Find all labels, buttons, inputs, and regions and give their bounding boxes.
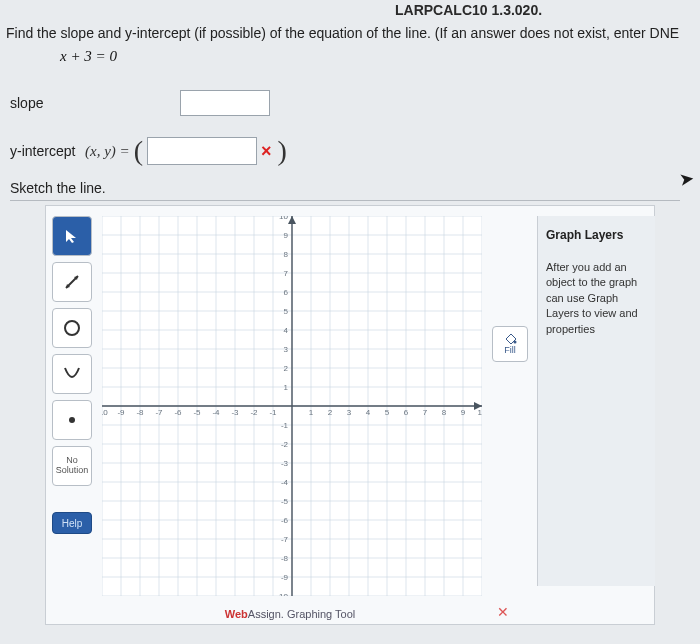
svg-text:-6: -6 — [174, 408, 182, 417]
circle-icon — [62, 318, 82, 338]
svg-text:4: 4 — [366, 408, 371, 417]
svg-text:4: 4 — [284, 326, 289, 335]
fill-label: Fill — [504, 345, 516, 355]
svg-text:-1: -1 — [281, 421, 289, 430]
line-icon — [63, 273, 81, 291]
svg-text:-5: -5 — [193, 408, 201, 417]
svg-marker-49 — [288, 216, 296, 224]
svg-text:-10: -10 — [276, 592, 288, 596]
svg-text:-2: -2 — [250, 408, 258, 417]
question-prompt: Find the slope and y-intercept (if possi… — [6, 25, 696, 41]
webassign-footer: WebAssign. Graphing Tool — [46, 608, 534, 620]
svg-text:3: 3 — [347, 408, 352, 417]
svg-point-4 — [69, 417, 75, 423]
point-tool-button[interactable] — [52, 400, 92, 440]
fill-button[interactable]: Fill — [492, 326, 528, 362]
incorrect-mark-icon: × — [261, 141, 272, 162]
svg-text:3: 3 — [284, 345, 289, 354]
svg-text:-9: -9 — [117, 408, 125, 417]
svg-text:-4: -4 — [281, 478, 289, 487]
svg-text:-7: -7 — [281, 535, 289, 544]
parabola-tool-button[interactable] — [52, 354, 92, 394]
graphing-tool-label: Graphing Tool — [284, 608, 355, 620]
svg-text:-3: -3 — [281, 459, 289, 468]
no-solution-button[interactable]: No Solution — [52, 446, 92, 486]
paren-open: ( — [130, 135, 147, 167]
svg-text:7: 7 — [284, 269, 289, 278]
sketch-line-label: Sketch the line. — [10, 180, 680, 201]
close-icon[interactable]: ✕ — [497, 604, 509, 620]
svg-text:-1: -1 — [269, 408, 277, 417]
paint-bucket-icon — [503, 333, 517, 345]
svg-text:10: 10 — [279, 216, 288, 221]
svg-text:-10: -10 — [102, 408, 108, 417]
svg-text:6: 6 — [284, 288, 289, 297]
y-intercept-label: y-intercept — [10, 143, 85, 159]
slope-input[interactable] — [180, 90, 270, 116]
svg-text:10: 10 — [478, 408, 482, 417]
graph-layers-description: After you add an object to the graph can… — [546, 260, 649, 337]
equation-text: x + 3 = 0 — [60, 48, 117, 65]
parabola-icon — [62, 364, 82, 384]
svg-text:1: 1 — [284, 383, 289, 392]
svg-text:-3: -3 — [231, 408, 239, 417]
svg-text:5: 5 — [385, 408, 390, 417]
svg-text:8: 8 — [284, 250, 289, 259]
svg-text:-6: -6 — [281, 516, 289, 525]
svg-text:9: 9 — [461, 408, 466, 417]
svg-text:8: 8 — [442, 408, 447, 417]
svg-text:5: 5 — [284, 307, 289, 316]
tool-palette: No Solution Help — [52, 216, 94, 534]
graph-canvas[interactable]: -10-9-8-7-6-5-4-3-2-112345678910-10-9-8-… — [102, 216, 482, 596]
slope-label: slope — [10, 95, 110, 111]
svg-point-3 — [65, 321, 79, 335]
problem-reference: LARPCALC10 1.3.020. — [395, 2, 542, 18]
pointer-tool-button[interactable] — [52, 216, 92, 256]
svg-text:6: 6 — [404, 408, 409, 417]
pointer-icon — [64, 228, 80, 244]
y-intercept-input[interactable] — [147, 137, 257, 165]
svg-text:9: 9 — [284, 231, 289, 240]
svg-text:-8: -8 — [281, 554, 289, 563]
svg-text:1: 1 — [309, 408, 314, 417]
svg-text:2: 2 — [284, 364, 289, 373]
webassign-brand-a: Web — [225, 608, 248, 620]
help-button[interactable]: Help — [52, 512, 92, 534]
svg-text:-4: -4 — [212, 408, 220, 417]
graph-layers-title: Graph Layers — [546, 228, 649, 242]
svg-text:7: 7 — [423, 408, 428, 417]
svg-text:-9: -9 — [281, 573, 289, 582]
graph-layers-panel: Graph Layers After you add an object to … — [537, 216, 655, 586]
svg-text:-5: -5 — [281, 497, 289, 506]
svg-point-91 — [514, 341, 517, 344]
svg-text:-8: -8 — [136, 408, 144, 417]
cursor-icon: ➤ — [678, 167, 696, 191]
paren-close: ) — [274, 135, 291, 167]
line-tool-button[interactable] — [52, 262, 92, 302]
svg-text:-7: -7 — [155, 408, 163, 417]
point-icon — [66, 414, 78, 426]
webassign-brand-b: Assign. — [248, 608, 284, 620]
graphing-tool-panel: No Solution Help -10-9-8-7-6-5-4-3-2-112… — [45, 205, 655, 625]
svg-text:2: 2 — [328, 408, 333, 417]
circle-tool-button[interactable] — [52, 308, 92, 348]
xy-equals-label: (x, y) = — [85, 143, 130, 160]
svg-text:-2: -2 — [281, 440, 289, 449]
